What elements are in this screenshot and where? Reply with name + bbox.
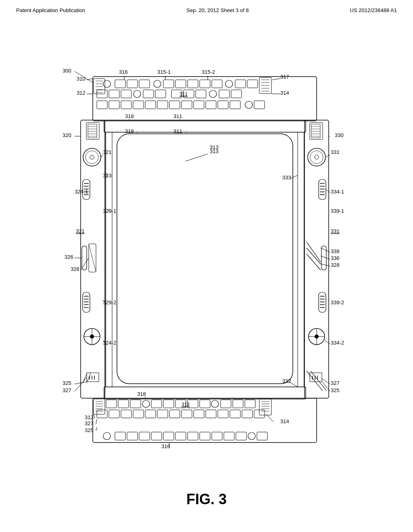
svg-rect-184 <box>181 410 192 418</box>
header: Patent Application Publication Sep. 20, … <box>0 0 413 17</box>
svg-rect-52 <box>254 101 265 109</box>
svg-rect-49 <box>218 101 228 109</box>
svg-point-11 <box>225 80 233 87</box>
svg-point-111 <box>90 335 94 339</box>
svg-rect-126 <box>319 179 326 200</box>
svg-rect-199 <box>200 432 210 440</box>
svg-rect-99 <box>82 246 87 270</box>
svg-rect-35 <box>196 90 206 98</box>
svg-text:315-1: 315-1 <box>157 69 171 75</box>
svg-rect-102 <box>83 292 90 312</box>
svg-text:312: 312 <box>85 414 94 420</box>
svg-point-124 <box>310 151 323 164</box>
svg-text:333: 333 <box>282 175 291 181</box>
svg-rect-50 <box>230 101 240 109</box>
diagram-area: 311 300 310 316 315 <box>0 32 413 496</box>
svg-line-241 <box>96 419 97 424</box>
figure-label: FIG. 3 <box>186 491 227 508</box>
svg-line-253 <box>290 175 298 179</box>
svg-rect-204 <box>257 432 267 440</box>
svg-rect-186 <box>206 410 216 418</box>
svg-rect-71 <box>104 120 306 132</box>
svg-point-203 <box>248 432 255 440</box>
svg-rect-159 <box>130 400 141 408</box>
svg-rect-183 <box>169 410 180 418</box>
svg-rect-7 <box>175 80 186 88</box>
svg-text:318: 318 <box>137 391 146 397</box>
svg-rect-3 <box>127 80 138 88</box>
svg-text:311: 311 <box>173 113 182 119</box>
svg-rect-37 <box>219 90 229 98</box>
svg-rect-180 <box>133 410 144 418</box>
svg-point-167 <box>211 400 219 407</box>
svg-text:316: 316 <box>161 443 170 449</box>
svg-rect-82 <box>117 134 293 384</box>
svg-rect-116 <box>310 123 323 139</box>
svg-point-36 <box>209 90 217 98</box>
svg-text:331: 331 <box>331 228 340 234</box>
svg-point-191 <box>103 432 111 440</box>
svg-line-235 <box>94 414 95 418</box>
svg-line-64 <box>272 79 280 80</box>
svg-text:311: 311 <box>173 128 182 134</box>
svg-line-272 <box>311 371 327 391</box>
svg-text:331: 331 <box>331 149 340 155</box>
svg-text:339-1: 339-1 <box>331 208 344 214</box>
svg-rect-4 <box>139 80 150 88</box>
svg-rect-168 <box>221 400 231 408</box>
svg-rect-197 <box>175 432 186 440</box>
svg-rect-45 <box>169 101 180 109</box>
svg-rect-72 <box>104 387 306 399</box>
svg-rect-198 <box>188 432 198 440</box>
svg-line-212 <box>186 154 208 161</box>
svg-point-5 <box>154 80 161 87</box>
svg-point-145 <box>315 335 319 339</box>
svg-text:316: 316 <box>119 69 128 75</box>
svg-text:313: 313 <box>210 148 219 154</box>
svg-text:332: 332 <box>282 378 291 384</box>
svg-text:334-2: 334-2 <box>331 340 344 346</box>
svg-rect-182 <box>157 410 168 418</box>
svg-rect-189 <box>242 410 252 418</box>
svg-line-101 <box>89 244 96 272</box>
svg-text:329-1: 329-1 <box>103 208 116 214</box>
svg-text:321: 321 <box>76 228 85 234</box>
svg-text:334-1: 334-1 <box>331 189 344 195</box>
svg-rect-112 <box>87 373 99 382</box>
svg-rect-158 <box>118 400 129 408</box>
svg-point-91 <box>86 151 98 164</box>
svg-rect-84 <box>88 124 97 138</box>
svg-rect-22 <box>121 90 131 98</box>
header-right: US 2012/236488 A1 <box>350 7 397 13</box>
svg-rect-83 <box>86 123 99 139</box>
svg-point-29 <box>133 90 141 98</box>
svg-rect-187 <box>218 410 228 418</box>
svg-text:328: 328 <box>331 262 340 268</box>
svg-rect-13 <box>247 80 258 88</box>
svg-text:339-2: 339-2 <box>331 299 344 305</box>
svg-rect-12 <box>235 80 246 88</box>
svg-rect-201 <box>224 432 234 440</box>
svg-rect-200 <box>212 432 222 440</box>
svg-rect-44 <box>157 101 168 109</box>
svg-text:300: 300 <box>63 68 71 74</box>
svg-rect-6 <box>163 80 174 88</box>
svg-text:318: 318 <box>125 128 134 134</box>
svg-rect-43 <box>145 101 156 109</box>
svg-text:328: 328 <box>71 266 79 272</box>
svg-rect-136 <box>319 292 326 312</box>
svg-point-92 <box>90 155 94 159</box>
svg-text:320: 320 <box>63 132 71 138</box>
svg-rect-169 <box>233 400 243 408</box>
svg-rect-2 <box>115 80 125 88</box>
svg-text:336: 336 <box>331 255 340 261</box>
svg-line-249 <box>325 155 330 157</box>
svg-text:321: 321 <box>103 149 112 155</box>
svg-rect-21 <box>109 90 119 98</box>
svg-text:317: 317 <box>280 74 289 80</box>
svg-rect-188 <box>230 410 240 418</box>
svg-rect-192 <box>115 432 125 440</box>
svg-rect-157 <box>106 400 117 408</box>
svg-rect-47 <box>194 101 204 109</box>
svg-rect-39 <box>97 101 107 109</box>
